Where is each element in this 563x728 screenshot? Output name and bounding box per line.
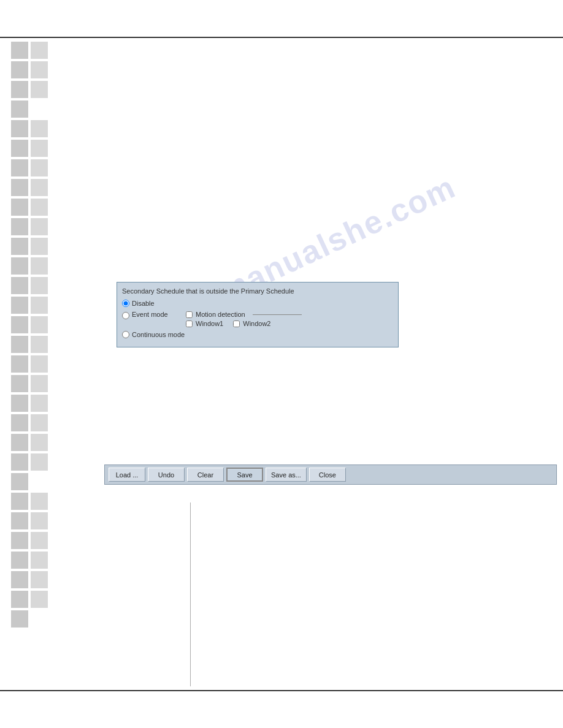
sidebar-square <box>31 120 48 137</box>
motion-detection-row: Motion detection <box>186 311 302 318</box>
window1-item: Window1 <box>186 320 223 327</box>
sidebar-row <box>11 571 97 588</box>
sidebar-row <box>11 140 97 157</box>
sidebar-square <box>31 199 48 216</box>
sidebar-row <box>11 100 97 118</box>
window2-checkbox[interactable] <box>233 320 240 327</box>
sidebar-row <box>11 434 97 451</box>
sidebar-square <box>11 297 28 314</box>
sidebar-row <box>11 42 97 59</box>
sidebar-row <box>11 316 97 333</box>
top-divider <box>0 37 563 38</box>
sidebar-square <box>11 552 28 569</box>
sidebar-square <box>31 297 48 314</box>
sidebar-row <box>11 414 97 431</box>
sidebar-square <box>31 395 48 412</box>
sidebar-square <box>11 336 28 353</box>
clear-button[interactable]: Clear <box>187 468 224 482</box>
sidebar-square <box>31 140 48 157</box>
sidebar-row <box>11 159 97 176</box>
sidebar-square <box>31 257 48 275</box>
sidebar-square <box>31 512 48 529</box>
sidebar-row <box>11 120 97 137</box>
sidebar-row <box>11 218 97 235</box>
window1-label[interactable]: Window1 <box>196 320 223 327</box>
sidebar-row <box>11 552 97 569</box>
sidebar-row <box>11 336 97 353</box>
sidebar-square <box>31 532 48 549</box>
sidebar-square <box>11 453 28 471</box>
sidebar-square <box>11 532 28 549</box>
sidebar-square <box>11 120 28 137</box>
continuous-mode-label[interactable]: Continuous mode <box>132 331 185 338</box>
sidebar-row <box>11 297 97 314</box>
save-button[interactable]: Save <box>226 468 263 482</box>
toolbar: Load ... Undo Clear Save Save as... Clos… <box>104 464 557 485</box>
disable-option-row: Disable <box>122 300 393 307</box>
sidebar-square <box>31 218 48 235</box>
sidebar-square <box>31 61 48 78</box>
load-button[interactable]: Load ... <box>109 468 145 482</box>
sidebar-square <box>11 257 28 275</box>
sidebar-square <box>11 610 28 628</box>
sidebar-row <box>11 61 97 78</box>
sidebar-row <box>11 512 97 529</box>
undo-button[interactable]: Undo <box>148 468 185 482</box>
sidebar-square <box>31 238 48 255</box>
sidebar-square <box>11 81 28 98</box>
window2-item: Window2 <box>233 320 270 327</box>
window2-label[interactable]: Window2 <box>243 320 270 327</box>
sidebar <box>11 42 97 686</box>
bottom-divider <box>0 690 563 691</box>
sidebar-square <box>11 159 28 176</box>
sidebar-square <box>31 591 48 608</box>
close-button[interactable]: Close <box>309 468 346 482</box>
sidebar-square <box>11 199 28 216</box>
sidebar-square <box>31 552 48 569</box>
sidebar-square <box>11 375 28 392</box>
sidebar-square <box>31 42 48 59</box>
dialog-title: Secondary Schedule that is outside the P… <box>122 287 393 295</box>
sidebar-square <box>31 453 48 471</box>
sidebar-square <box>31 179 48 196</box>
disable-radio[interactable] <box>122 300 129 307</box>
sidebar-row <box>11 591 97 608</box>
sidebar-row <box>11 277 97 294</box>
sidebar-row <box>11 453 97 471</box>
event-mode-row: Event mode Motion detection Window1 Wind… <box>122 311 393 327</box>
sidebar-row <box>11 610 97 628</box>
event-mode-label[interactable]: Event mode <box>132 311 181 318</box>
sidebar-square <box>31 355 48 373</box>
motion-detection-item: Motion detection <box>186 311 245 318</box>
sidebar-square <box>11 571 28 588</box>
secondary-schedule-dialog: Secondary Schedule that is outside the P… <box>117 282 399 347</box>
motion-detection-checkbox[interactable] <box>186 311 193 318</box>
sidebar-square <box>31 336 48 353</box>
sidebar-row <box>11 532 97 549</box>
sidebar-square <box>31 159 48 176</box>
save-as-button[interactable]: Save as... <box>266 468 307 482</box>
sidebar-square <box>31 571 48 588</box>
motion-detection-label[interactable]: Motion detection <box>196 311 245 318</box>
sidebar-square <box>31 414 48 431</box>
sidebar-square <box>11 140 28 157</box>
sidebar-square <box>11 316 28 333</box>
sidebar-square <box>31 81 48 98</box>
sidebar-row <box>11 493 97 510</box>
sidebar-row <box>11 238 97 255</box>
event-checkboxes: Motion detection Window1 Window2 <box>186 311 302 327</box>
sidebar-square <box>11 512 28 529</box>
sidebar-square <box>31 493 48 510</box>
sidebar-square <box>31 375 48 392</box>
sidebar-row <box>11 81 97 98</box>
event-mode-radio[interactable] <box>122 312 129 319</box>
continuous-mode-radio[interactable] <box>122 331 129 338</box>
continuous-mode-row: Continuous mode <box>122 331 393 338</box>
sidebar-square <box>11 100 28 118</box>
sidebar-row <box>11 355 97 373</box>
sidebar-row <box>11 179 97 196</box>
window1-checkbox[interactable] <box>186 320 193 327</box>
sidebar-square <box>11 414 28 431</box>
disable-label[interactable]: Disable <box>132 300 155 307</box>
sidebar-square <box>31 277 48 294</box>
